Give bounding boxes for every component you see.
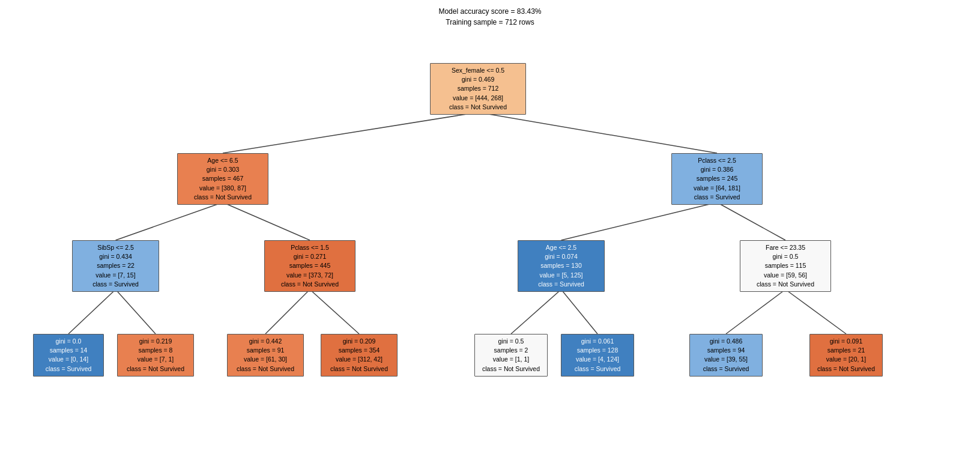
tree-node-n2: Pclass <= 2.5gini = 0.386samples = 245va… [671, 153, 763, 205]
tree-node-root: Sex_female <= 0.5gini = 0.469samples = 7… [430, 63, 526, 115]
page-container: Model accuracy score = 83.43% Training s… [0, 0, 980, 466]
tree-node-l2: gini = 0.219samples = 8value = [7, 1]cla… [117, 334, 194, 377]
tree-node-l7: gini = 0.486samples = 94value = [39, 55]… [689, 334, 763, 377]
tree-node-l8: gini = 0.091samples = 21value = [20, 1]c… [809, 334, 883, 377]
tree-node-n5: Age <= 2.5gini = 0.074samples = 130value… [518, 240, 605, 292]
tree-node-l1: gini = 0.0samples = 14value = [0, 14]cla… [33, 334, 104, 377]
tree-node-n3: SibSp <= 2.5gini = 0.434samples = 22valu… [72, 240, 159, 292]
nodes-layer: Sex_female <= 0.5gini = 0.469samples = 7… [0, 0, 980, 466]
tree-node-n1: Age <= 6.5gini = 0.303samples = 467value… [177, 153, 268, 205]
tree-node-n4: Pclass <= 1.5gini = 0.271samples = 445va… [264, 240, 355, 292]
tree-node-l4: gini = 0.209samples = 354value = [312, 4… [321, 334, 398, 377]
tree-node-l5: gini = 0.5samples = 2value = [1, 1]class… [474, 334, 548, 377]
tree-node-l6: gini = 0.061samples = 128value = [4, 124… [561, 334, 634, 377]
tree-node-n6: Fare <= 23.35gini = 0.5samples = 115valu… [740, 240, 831, 292]
tree-node-l3: gini = 0.442samples = 91value = [61, 30]… [227, 334, 304, 377]
